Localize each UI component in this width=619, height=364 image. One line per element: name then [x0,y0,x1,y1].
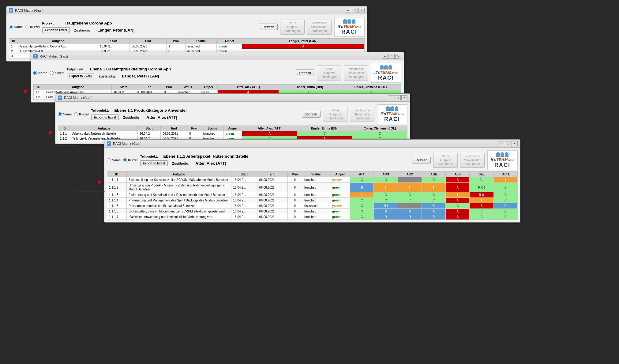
close-btn-1[interactable]: ✕ [358,8,365,13]
cell-ach: C [493,183,517,192]
cell-ade: R [422,214,445,220]
zustaendig-value-4: Atter, Alex (ATT) [195,161,226,166]
cell-start: 16.04.2... [231,203,257,209]
cell-id: 1.1.2 [58,136,70,141]
radio-kuerzel-3[interactable]: Kürzel [74,112,88,116]
cell-arc: R [398,214,422,220]
cell-als: I [446,192,470,198]
cell-del: R C I [470,183,493,192]
radio-kuerzel-2[interactable]: Kürzel [50,71,64,75]
row-indicator-2 [24,90,27,93]
title-bar-controls-3: ─ □ ✕ [388,95,407,100]
maximize-btn-2[interactable]: □ [388,54,395,59]
cell-ampel: green [330,198,350,203]
cell-del: C I [470,177,493,183]
cell-aufgabe: *Definition, Anwendung und kontinuierlic… [127,214,231,220]
logo-4: it'sTEAM.time RACI [487,150,518,170]
cell-att: C [350,209,374,214]
maximize-btn-4[interactable]: □ [505,141,511,146]
app-icon-3: R [58,96,62,100]
window-body-4: Name Kürzel Teilprojekt: Ebene 1.1.1 Arb… [104,148,520,222]
close-btn-2[interactable]: ✕ [395,54,401,59]
export-btn-3[interactable]: Export to Excel [91,114,119,120]
col-ampel-4: Ampel [330,172,350,177]
col-col-2: Coller, Clemens (COL) [340,84,401,90]
cell-ang: I [374,183,398,192]
project-value-1: Hauptebene Corona App [66,21,112,25]
maximize-btn-3[interactable]: □ [395,95,401,100]
app-icon-2: R [33,54,38,58]
col-prio-2: Prio [162,84,176,90]
neue-aufgabe-btn-2[interactable]: Neue Aufgabe hinzufügen [317,66,341,81]
zustaendig-label-1: Zuständig: [74,28,96,32]
neue-aufgabe-btn-3[interactable]: Neue Aufgabe hinzufügen [323,107,347,122]
radio-kuerzel-input-3[interactable] [74,112,78,116]
header-right-2: Refresh Neue Aufgabe hinzufügen Zusätzli… [296,63,401,83]
cell-id: 1 [9,44,18,49]
export-btn-4[interactable]: Export to Excel [140,160,168,166]
radio-name-4[interactable]: Name [107,158,121,162]
radio-name-input-1[interactable] [9,25,13,29]
stakeholder-btn-1[interactable]: Zusätzliche Stakeholder hinzufügen [307,20,332,35]
logo-1: it'sTEAM.time RACI [334,17,365,37]
cell-id: 3 [9,54,18,59]
stakeholder-btn-3[interactable]: Zusätzliche Stakeholder hinzufügen [350,107,374,122]
cell-status: launched [302,183,330,192]
radio-name-3[interactable]: Name [58,112,72,116]
cell-ach: I [493,177,517,183]
window-3: R RACI Matrix (Gast) ─ □ ✕ Name Kürzel [55,93,410,144]
radio-kuerzel-input-2[interactable] [50,71,54,75]
cell-arc: C [398,192,422,198]
minimize-btn-1[interactable]: ─ [345,8,351,13]
col-aufgabe-3: Aufgabe [70,126,138,131]
logo-brand-1: it'sTEAM.time [338,24,361,29]
refresh-btn-4[interactable]: Refresh [412,157,431,163]
refresh-btn-2[interactable]: Refresh [296,69,314,76]
radio-kuerzel-input-4[interactable] [123,158,127,162]
radio-name-input-2[interactable] [33,71,37,75]
radio-name-1[interactable]: Name [9,25,23,29]
close-btn-3[interactable]: ✕ [401,95,407,100]
neue-aufgabe-btn-4[interactable]: Neue Aufgabe hinzufügen [433,153,458,168]
title-bar-2: R RACI Matrix (Gast) ─ □ ✕ [31,52,404,60]
minimize-btn-4[interactable]: ─ [498,141,504,146]
col-id-1: ID [9,39,18,44]
zustaendig-value-2: Langer, Peter (LAN) [122,74,159,78]
export-btn-1[interactable]: Export to Excel [42,27,70,33]
close-btn-4[interactable]: ✕ [512,141,518,146]
col-bin-2: Binder, Britta (BIN) [279,84,340,90]
logo-brand-2: it'sTEAM.time [374,70,398,75]
cell-att: I [350,192,374,198]
radio-name-input-3[interactable] [58,112,62,116]
cell-ang: C [374,177,398,183]
neue-aufgabe-btn-1[interactable]: Neue Aufgabe hinzufügen [280,20,305,35]
minimize-btn-2[interactable]: ─ [382,54,388,59]
zustaendig-label-2: Zuständig: [99,74,120,78]
minimize-btn-3[interactable]: ─ [388,95,394,100]
stakeholder-btn-4[interactable]: Zusätzliche Stakeholder hinzufügen [460,153,485,168]
refresh-btn-1[interactable]: Refresh [259,24,278,30]
radio-name-2[interactable]: Name [33,71,47,75]
cell-ach: C [493,214,517,220]
radio-kuerzel-1[interactable]: Kürzel [25,25,39,29]
radio-kuerzel-input-1[interactable] [25,25,29,29]
stakeholder-btn-2[interactable]: Zusätzliche Stakeholder hinzufügen [344,66,368,81]
export-btn-2[interactable]: Export to Excel [67,73,95,79]
cell-id: 2 [9,49,18,54]
window-body-3: Name Kürzel Teilprojekt: Ebene 1.1 Produ… [55,102,410,144]
cell-arc: I [398,183,422,192]
col-status-4: Status [302,172,330,177]
refresh-btn-3[interactable]: Refresh [302,111,321,118]
col-status-3: Status [201,126,224,131]
project-info-4: Teilprojekt: Ebene 1.1.1 Arbeitspaket: N… [140,154,410,166]
cell-id: 1.1.1.3 [107,192,127,198]
col-start-1: Start [98,39,130,44]
col-arc-4: ARC [398,172,422,177]
cell-ampel: green [223,131,242,136]
radio-kuerzel-4[interactable]: Kürzel [123,158,137,162]
radio-name-input-4[interactable] [107,158,111,162]
radio-kuerzel-label-1: Kürzel [30,25,39,29]
cell-id: 1.1.1.1 [107,177,127,183]
maximize-btn-1[interactable]: □ [352,8,358,13]
cell-prio: 0 [288,198,302,203]
